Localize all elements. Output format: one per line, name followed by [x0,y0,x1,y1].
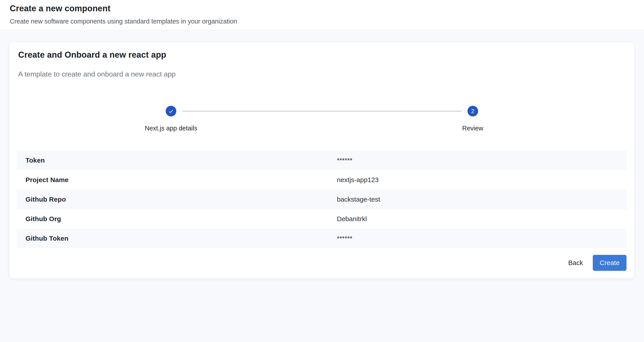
row-label: Token [17,156,337,164]
template-subtitle: A template to create and onboard a new r… [18,70,626,78]
back-button[interactable]: Back [562,256,590,270]
check-icon [168,108,174,114]
table-row: Github Repo backstage-test [17,190,627,209]
wizard-actions: Back Create [9,255,634,271]
table-row: Github Org Debanitrkl [17,209,627,229]
table-row: Token ****** [17,150,627,170]
review-table: Token ****** Project Name nextjs-app123 … [17,150,627,248]
step-label: Next.js app details [145,124,197,132]
row-value: backstage-test [337,196,627,203]
row-label: Github Repo [17,196,337,203]
row-label: Project Name [17,176,337,184]
wizard-stepper: Next.js app details 2 Review [9,106,634,132]
step-number: 2 [471,108,474,114]
row-value: Debanitrkl [337,215,627,223]
table-row: Project Name nextjs-app123 [17,170,627,190]
template-card: Create and Onboard a new react app A tem… [9,42,634,278]
template-title: Create and Onboard a new react app [18,42,626,60]
row-value: ****** [337,156,627,164]
step-number-badge: 2 [468,106,478,116]
page-header: Create a new component Create new softwa… [0,0,644,30]
page-subtitle: Create new software components using sta… [10,18,634,25]
row-label: Github Org [17,215,337,223]
step-nextjs-app-details: Next.js app details [20,106,322,132]
row-label: Github Token [17,235,337,242]
row-value: ****** [337,235,627,242]
page-title: Create a new component [10,4,634,14]
step-review: 2 Review [322,106,624,132]
table-row: Github Token ****** [17,229,627,248]
row-value: nextjs-app123 [337,176,627,184]
step-connector [182,111,462,111]
step-completed-badge [166,106,176,116]
create-button[interactable]: Create [593,255,626,271]
step-label: Review [462,124,483,132]
